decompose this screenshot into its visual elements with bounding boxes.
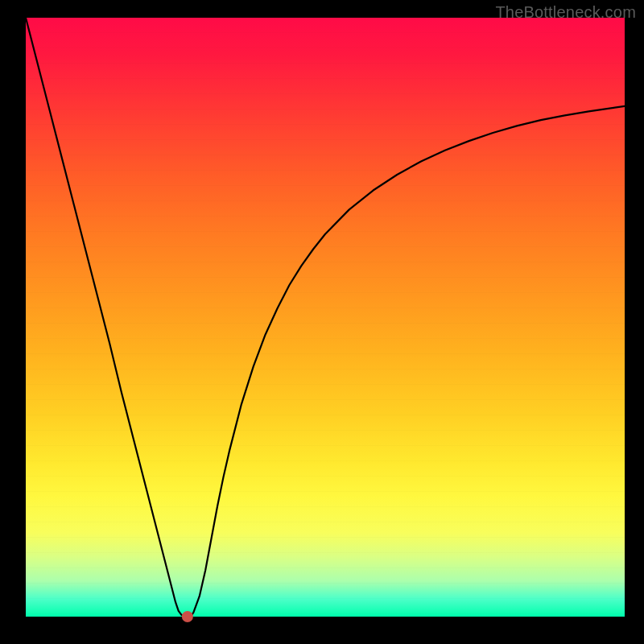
plot-area [26,18,625,617]
svg-point-0 [182,611,193,622]
bottleneck-curve [26,18,625,617]
chart-frame: TheBottleneck.com [0,0,644,644]
